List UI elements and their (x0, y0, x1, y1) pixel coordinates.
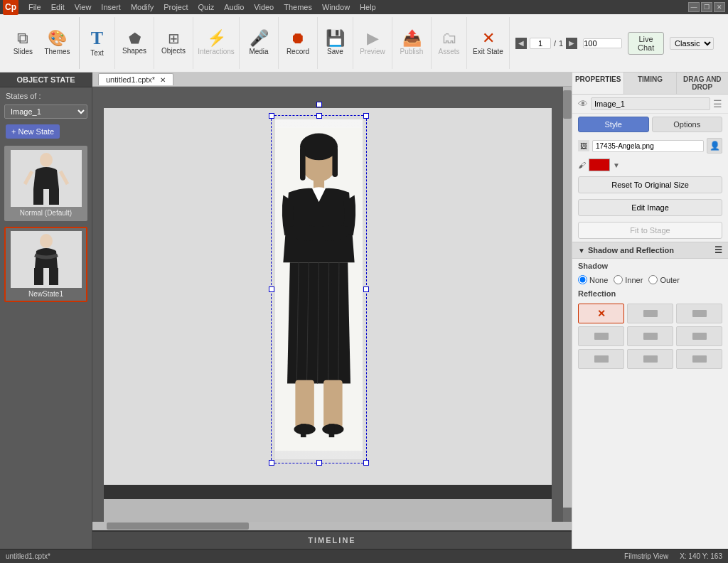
image-box[interactable] (271, 115, 367, 463)
classic-select[interactable]: Classic (670, 37, 714, 50)
object-menu-icon[interactable]: ☰ (713, 98, 722, 109)
shadow-outer-label[interactable]: Outer (648, 275, 680, 284)
reflection-cell-5[interactable] (676, 326, 722, 346)
handle-bottom-center[interactable] (316, 460, 322, 466)
tab-properties[interactable]: PROPERTIES (572, 73, 624, 94)
canvas-scrollbar-thumb-v[interactable] (563, 90, 572, 119)
publish-icon: 📤 (402, 31, 422, 46)
canvas-stage[interactable] (92, 87, 563, 522)
reflection-cell-7[interactable] (627, 349, 673, 369)
library-button[interactable]: 📚 Library (725, 29, 728, 57)
canvas-scrollbar-horizontal[interactable] (92, 522, 572, 530)
shadow-radio-row: None Inner Outer (572, 273, 728, 286)
reflection-cell-3[interactable] (578, 326, 624, 346)
assets-label: Assets (438, 48, 459, 55)
shapes-label: Shapes (122, 47, 146, 55)
handle-middle-right[interactable] (363, 286, 369, 292)
preview-button[interactable]: ▶ Preview (357, 29, 388, 57)
menu-video[interactable]: Video (250, 1, 278, 13)
menu-help[interactable]: Help (355, 1, 380, 13)
stroke-dropdown-arrow[interactable]: ▼ (613, 161, 620, 169)
state-thumbnail-newstate1[interactable]: NewState1 (4, 227, 87, 302)
edit-image-button[interactable]: Edit Image (578, 199, 722, 216)
reflection-cell-4[interactable] (627, 326, 673, 346)
menu-edit[interactable]: Edit (47, 1, 69, 13)
reflection-cell-8[interactable] (676, 349, 722, 369)
assets-button[interactable]: 🗂 Assets (434, 29, 465, 57)
svg-rect-26 (329, 424, 335, 437)
shadow-none-label[interactable]: None (578, 275, 608, 284)
zoom-input[interactable] (583, 38, 622, 48)
state-thumbnail-normal[interactable]: Normal (Default) (4, 146, 87, 221)
record-label: Record (287, 48, 309, 55)
canvas-scrollbar-thumb-h[interactable] (107, 522, 249, 530)
save-button[interactable]: 💾 Save (320, 29, 351, 57)
handle-middle-left[interactable] (269, 286, 274, 292)
style-button[interactable]: Style (578, 117, 649, 132)
menu-window[interactable]: Window (318, 1, 354, 13)
reset-size-button[interactable]: Reset To Original Size (578, 176, 722, 193)
menu-view[interactable]: View (70, 1, 96, 13)
handle-top-left[interactable] (269, 113, 274, 119)
menu-modify[interactable]: Modify (127, 1, 158, 13)
objects-button[interactable]: ⊞ Objects (158, 30, 189, 56)
file-name-input[interactable] (592, 140, 704, 152)
slides-button[interactable]: ⧉ Slides (7, 29, 38, 57)
handle-rotation[interactable] (316, 102, 322, 107)
interactions-button[interactable]: ⚡ Interactions (195, 29, 237, 57)
new-state-button[interactable]: + New State (6, 124, 60, 139)
tab-close-btn[interactable]: ✕ (160, 76, 166, 84)
media-button[interactable]: 🎤 Media (243, 29, 274, 57)
tab-timing[interactable]: TIMING (624, 73, 676, 94)
shadow-inner-radio[interactable] (614, 275, 623, 284)
publish-button[interactable]: 📤 Publish (396, 29, 427, 57)
close-btn[interactable]: ✕ (714, 2, 725, 12)
handle-bottom-left[interactable] (269, 460, 274, 466)
shadow-outer-radio[interactable] (648, 275, 658, 284)
reflection-cell-none[interactable]: ✕ (578, 304, 624, 323)
section-expand-icon[interactable]: ▼ (578, 247, 585, 254)
handle-top-center-resize[interactable] (316, 113, 322, 119)
reflection-cell-2[interactable] (676, 304, 722, 323)
shadow-inner-label[interactable]: Inner (614, 275, 643, 284)
exit-state-button[interactable]: ✕ Exit State (470, 29, 506, 57)
record-button[interactable]: ⏺ Record (282, 29, 314, 57)
restore-btn[interactable]: ❐ (701, 2, 712, 12)
menu-quiz[interactable]: Quiz (194, 1, 219, 13)
canvas-tab-active[interactable]: untitled1.cptx* ✕ (98, 73, 173, 85)
canvas-scrollbar-vertical[interactable] (563, 87, 572, 508)
prev-page-btn[interactable]: ◀ (515, 38, 527, 49)
canvas-area: untitled1.cptx* ✕ (92, 73, 572, 549)
shadow-none-radio[interactable] (578, 275, 587, 284)
menu-themes[interactable]: Themes (279, 1, 316, 13)
fit-to-stage-button[interactable]: Fit to Stage (578, 222, 722, 239)
shapes-button[interactable]: ⬟ Shapes (119, 30, 150, 56)
object-state-header: OBJECT STATE (0, 73, 92, 87)
minimize-btn[interactable]: — (688, 2, 700, 12)
reflection-cell-6[interactable] (578, 349, 624, 369)
stroke-color-picker[interactable] (589, 159, 610, 171)
handle-top-right[interactable] (363, 113, 369, 119)
text-button[interactable]: T Text (82, 28, 113, 58)
status-bar: untitled1.cptx* Filmstrip View X: 140 Y:… (0, 549, 728, 563)
tab-drag-and-drop[interactable]: DRAG AND DROP (677, 73, 728, 94)
reflection-cell-1[interactable] (627, 304, 673, 323)
handle-bottom-right[interactable] (363, 460, 369, 466)
object-name-input[interactable] (591, 97, 710, 110)
page-current-input[interactable] (530, 38, 551, 49)
menu-audio[interactable]: Audio (220, 1, 248, 13)
menu-file[interactable]: File (24, 1, 46, 13)
live-chat-button[interactable]: Live Chat (628, 32, 664, 55)
menu-insert[interactable]: Insert (97, 1, 125, 13)
save-icon: 💾 (326, 31, 345, 46)
menu-project[interactable]: Project (159, 1, 192, 13)
states-select[interactable]: Image_1 (4, 104, 87, 119)
file-browse-button[interactable]: 👤 (707, 138, 722, 154)
section-menu-icon[interactable]: ☰ (714, 245, 722, 255)
visibility-icon[interactable]: 👁 (578, 98, 588, 109)
themes-button[interactable]: 🎨 Themes (41, 29, 73, 57)
canvas-tab-bar: untitled1.cptx* ✕ (92, 73, 572, 87)
options-button[interactable]: Options (652, 117, 723, 132)
shadow-inner-text: Inner (625, 276, 643, 284)
next-page-btn[interactable]: ▶ (566, 38, 577, 49)
